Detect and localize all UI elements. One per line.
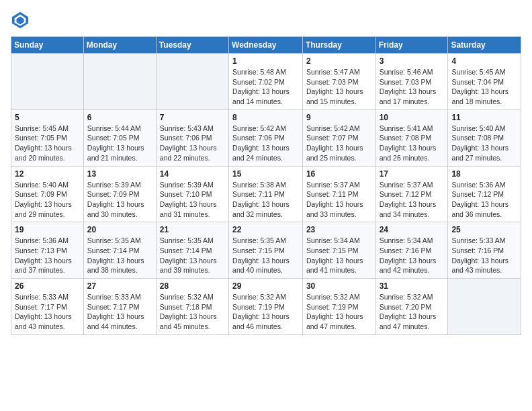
day-info: Sunrise: 5:34 AMSunset: 7:16 PMDaylight:… bbox=[380, 236, 445, 275]
calendar-cell bbox=[448, 279, 521, 335]
calendar-cell: 10Sunrise: 5:41 AMSunset: 7:08 PMDayligh… bbox=[375, 109, 448, 166]
day-info: Sunrise: 5:42 AMSunset: 7:07 PMDaylight:… bbox=[306, 124, 372, 163]
calendar-header-friday: Friday bbox=[375, 37, 448, 54]
day-number: 29 bbox=[232, 281, 299, 291]
calendar-week-row: 26Sunrise: 5:33 AMSunset: 7:17 PMDayligh… bbox=[11, 279, 521, 335]
day-number: 16 bbox=[306, 169, 372, 179]
day-number: 3 bbox=[380, 56, 445, 66]
calendar-cell: 2Sunrise: 5:47 AMSunset: 7:03 PMDaylight… bbox=[302, 54, 375, 110]
calendar-cell: 11Sunrise: 5:40 AMSunset: 7:08 PMDayligh… bbox=[448, 109, 521, 166]
day-info: Sunrise: 5:41 AMSunset: 7:08 PMDaylight:… bbox=[380, 124, 445, 163]
calendar-cell: 31Sunrise: 5:32 AMSunset: 7:20 PMDayligh… bbox=[375, 279, 448, 335]
day-number: 22 bbox=[232, 225, 299, 234]
day-info: Sunrise: 5:47 AMSunset: 7:03 PMDaylight:… bbox=[306, 67, 372, 107]
calendar-cell: 22Sunrise: 5:35 AMSunset: 7:15 PMDayligh… bbox=[229, 222, 303, 279]
day-number: 5 bbox=[15, 113, 80, 122]
day-info: Sunrise: 5:40 AMSunset: 7:09 PMDaylight:… bbox=[15, 180, 80, 220]
day-info: Sunrise: 5:48 AMSunset: 7:02 PMDaylight:… bbox=[232, 67, 299, 107]
calendar-cell: 12Sunrise: 5:40 AMSunset: 7:09 PMDayligh… bbox=[11, 166, 84, 222]
calendar-header-thursday: Thursday bbox=[302, 37, 375, 54]
day-info: Sunrise: 5:39 AMSunset: 7:10 PMDaylight:… bbox=[160, 180, 225, 220]
calendar-cell: 29Sunrise: 5:32 AMSunset: 7:19 PMDayligh… bbox=[229, 279, 303, 335]
calendar-cell: 4Sunrise: 5:45 AMSunset: 7:04 PMDaylight… bbox=[448, 54, 521, 110]
calendar-cell: 18Sunrise: 5:36 AMSunset: 7:12 PMDayligh… bbox=[448, 166, 521, 222]
calendar-table: SundayMondayTuesdayWednesdayThursdayFrid… bbox=[11, 36, 521, 335]
day-number: 27 bbox=[87, 281, 152, 291]
calendar-cell: 13Sunrise: 5:39 AMSunset: 7:09 PMDayligh… bbox=[83, 166, 156, 222]
logo-icon bbox=[11, 11, 30, 30]
calendar-week-row: 12Sunrise: 5:40 AMSunset: 7:09 PMDayligh… bbox=[11, 166, 521, 222]
day-number: 9 bbox=[306, 113, 372, 122]
day-info: Sunrise: 5:40 AMSunset: 7:08 PMDaylight:… bbox=[451, 124, 517, 163]
day-info: Sunrise: 5:35 AMSunset: 7:15 PMDaylight:… bbox=[232, 236, 299, 275]
day-info: Sunrise: 5:43 AMSunset: 7:06 PMDaylight:… bbox=[160, 124, 225, 163]
calendar-cell: 21Sunrise: 5:35 AMSunset: 7:14 PMDayligh… bbox=[156, 222, 228, 279]
calendar-header-monday: Monday bbox=[83, 37, 156, 54]
calendar-cell: 27Sunrise: 5:33 AMSunset: 7:17 PMDayligh… bbox=[83, 279, 156, 335]
day-number: 19 bbox=[15, 225, 80, 234]
day-info: Sunrise: 5:44 AMSunset: 7:05 PMDaylight:… bbox=[87, 124, 152, 163]
calendar-cell: 26Sunrise: 5:33 AMSunset: 7:17 PMDayligh… bbox=[11, 279, 84, 335]
day-number: 23 bbox=[306, 225, 372, 234]
day-number: 7 bbox=[160, 113, 225, 122]
calendar-cell: 14Sunrise: 5:39 AMSunset: 7:10 PMDayligh… bbox=[156, 166, 228, 222]
day-info: Sunrise: 5:33 AMSunset: 7:17 PMDaylight:… bbox=[87, 292, 152, 332]
calendar-week-row: 5Sunrise: 5:45 AMSunset: 7:05 PMDaylight… bbox=[11, 109, 521, 166]
day-info: Sunrise: 5:45 AMSunset: 7:04 PMDaylight:… bbox=[451, 67, 517, 107]
day-number: 1 bbox=[232, 56, 299, 66]
calendar-header-saturday: Saturday bbox=[448, 37, 521, 54]
day-info: Sunrise: 5:37 AMSunset: 7:11 PMDaylight:… bbox=[306, 180, 372, 220]
day-number: 15 bbox=[232, 169, 299, 179]
calendar-cell: 1Sunrise: 5:48 AMSunset: 7:02 PMDaylight… bbox=[229, 54, 303, 110]
day-number: 11 bbox=[451, 113, 517, 122]
calendar-cell: 17Sunrise: 5:37 AMSunset: 7:12 PMDayligh… bbox=[375, 166, 448, 222]
calendar-cell: 9Sunrise: 5:42 AMSunset: 7:07 PMDaylight… bbox=[302, 109, 375, 166]
calendar-cell: 20Sunrise: 5:35 AMSunset: 7:14 PMDayligh… bbox=[83, 222, 156, 279]
calendar-cell: 16Sunrise: 5:37 AMSunset: 7:11 PMDayligh… bbox=[302, 166, 375, 222]
day-info: Sunrise: 5:42 AMSunset: 7:06 PMDaylight:… bbox=[232, 124, 299, 163]
day-number: 20 bbox=[87, 225, 152, 234]
day-number: 18 bbox=[451, 169, 517, 179]
day-number: 12 bbox=[15, 169, 80, 179]
day-number: 2 bbox=[306, 56, 372, 66]
calendar-header-row: SundayMondayTuesdayWednesdayThursdayFrid… bbox=[11, 37, 521, 54]
day-number: 4 bbox=[451, 56, 517, 66]
day-info: Sunrise: 5:32 AMSunset: 7:19 PMDaylight:… bbox=[232, 292, 299, 332]
day-number: 31 bbox=[380, 281, 445, 291]
calendar-header-tuesday: Tuesday bbox=[156, 37, 228, 54]
calendar-cell: 19Sunrise: 5:36 AMSunset: 7:13 PMDayligh… bbox=[11, 222, 84, 279]
day-info: Sunrise: 5:36 AMSunset: 7:12 PMDaylight:… bbox=[451, 180, 517, 220]
day-number: 14 bbox=[160, 169, 225, 179]
logo bbox=[11, 11, 32, 30]
day-number: 10 bbox=[380, 113, 445, 122]
day-number: 6 bbox=[87, 113, 152, 122]
calendar-cell: 3Sunrise: 5:46 AMSunset: 7:03 PMDaylight… bbox=[375, 54, 448, 110]
day-info: Sunrise: 5:45 AMSunset: 7:05 PMDaylight:… bbox=[15, 124, 80, 163]
day-info: Sunrise: 5:33 AMSunset: 7:16 PMDaylight:… bbox=[451, 236, 517, 275]
calendar-cell bbox=[11, 54, 84, 110]
calendar-cell: 30Sunrise: 5:32 AMSunset: 7:19 PMDayligh… bbox=[302, 279, 375, 335]
day-info: Sunrise: 5:35 AMSunset: 7:14 PMDaylight:… bbox=[160, 236, 225, 275]
calendar-cell: 23Sunrise: 5:34 AMSunset: 7:15 PMDayligh… bbox=[302, 222, 375, 279]
calendar-cell: 28Sunrise: 5:32 AMSunset: 7:18 PMDayligh… bbox=[156, 279, 228, 335]
calendar-cell: 5Sunrise: 5:45 AMSunset: 7:05 PMDaylight… bbox=[11, 109, 84, 166]
page-header bbox=[11, 11, 521, 30]
calendar-cell bbox=[156, 54, 228, 110]
day-number: 26 bbox=[15, 281, 80, 291]
calendar-week-row: 19Sunrise: 5:36 AMSunset: 7:13 PMDayligh… bbox=[11, 222, 521, 279]
day-info: Sunrise: 5:32 AMSunset: 7:18 PMDaylight:… bbox=[160, 292, 225, 332]
calendar-cell: 25Sunrise: 5:33 AMSunset: 7:16 PMDayligh… bbox=[448, 222, 521, 279]
day-number: 8 bbox=[232, 113, 299, 122]
calendar-header-wednesday: Wednesday bbox=[229, 37, 303, 54]
day-number: 24 bbox=[380, 225, 445, 234]
calendar-cell: 7Sunrise: 5:43 AMSunset: 7:06 PMDaylight… bbox=[156, 109, 228, 166]
calendar-week-row: 1Sunrise: 5:48 AMSunset: 7:02 PMDaylight… bbox=[11, 54, 521, 110]
day-number: 17 bbox=[380, 169, 445, 179]
calendar-cell: 8Sunrise: 5:42 AMSunset: 7:06 PMDaylight… bbox=[229, 109, 303, 166]
day-info: Sunrise: 5:32 AMSunset: 7:20 PMDaylight:… bbox=[380, 292, 445, 332]
day-info: Sunrise: 5:32 AMSunset: 7:19 PMDaylight:… bbox=[306, 292, 372, 332]
calendar-cell: 6Sunrise: 5:44 AMSunset: 7:05 PMDaylight… bbox=[83, 109, 156, 166]
day-info: Sunrise: 5:35 AMSunset: 7:14 PMDaylight:… bbox=[87, 236, 152, 275]
day-number: 21 bbox=[160, 225, 225, 234]
day-info: Sunrise: 5:34 AMSunset: 7:15 PMDaylight:… bbox=[306, 236, 372, 275]
